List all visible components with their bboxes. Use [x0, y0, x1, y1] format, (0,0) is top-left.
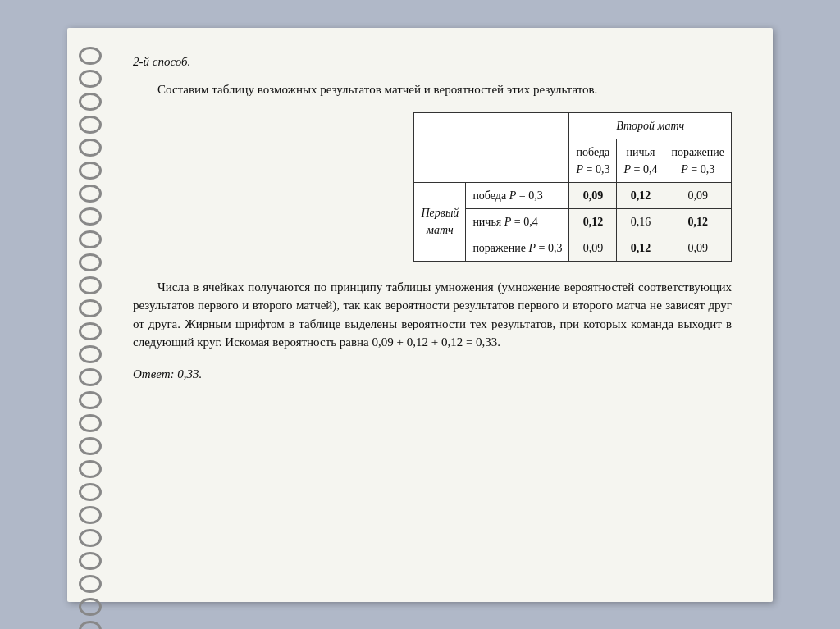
- spiral-ring: [79, 253, 102, 271]
- spiral-binding: [67, 28, 112, 602]
- cell-loss-draw: 0,12: [617, 235, 664, 261]
- spiral-ring: [79, 230, 102, 248]
- table-header-row-1: Второй матч: [414, 112, 732, 139]
- cell-loss-loss: 0,09: [664, 235, 732, 261]
- spiral-ring: [79, 621, 102, 630]
- cell-draw-win: 0,12: [569, 208, 617, 235]
- col-header-loss: поражениеP = 0,3: [664, 139, 732, 182]
- probability-table: Второй матч победаP = 0,3 ничьяP = 0,4 п…: [413, 112, 732, 262]
- cell-win-loss: 0,09: [664, 182, 732, 208]
- col-header-win: победаP = 0,3: [569, 139, 617, 182]
- intro-paragraph: Составим таблицу возможных результатов м…: [133, 80, 732, 99]
- cell-draw-loss: 0,12: [664, 208, 732, 235]
- cell-win-win: 0,09: [569, 182, 617, 208]
- spiral-ring: [79, 483, 102, 501]
- spiral-ring: [79, 322, 102, 340]
- spiral-ring: [79, 139, 102, 157]
- spiral-ring: [79, 207, 102, 226]
- spiral-ring: [79, 506, 102, 524]
- cell-draw-draw: 0,16: [617, 208, 664, 235]
- spiral-ring: [79, 47, 102, 65]
- row-label-loss: поражение P = 0,3: [466, 235, 569, 261]
- second-match-label: Второй матч: [569, 112, 732, 139]
- spiral-ring: [79, 70, 102, 88]
- answer-line: Ответ: 0,33.: [133, 365, 732, 384]
- cell-loss-win: 0,09: [569, 235, 617, 261]
- spiral-ring: [79, 276, 102, 294]
- first-match-label: Первыйматч: [414, 182, 466, 261]
- page-content: 2-й способ. Составим таблицу возможных р…: [133, 52, 732, 384]
- spiral-ring: [79, 414, 102, 432]
- col-header-draw: ничьяP = 0,4: [617, 139, 664, 182]
- row-label-draw: ничья P = 0,4: [466, 208, 569, 235]
- answer-value: 0,33.: [177, 367, 202, 381]
- spiral-ring: [79, 460, 102, 478]
- notebook-page: 2-й способ. Составим таблицу возможных р…: [67, 28, 773, 602]
- method-header: 2-й способ.: [133, 52, 732, 71]
- spiral-ring: [79, 345, 102, 363]
- spiral-ring: [79, 162, 102, 180]
- spiral-ring: [79, 185, 102, 203]
- spiral-ring: [79, 529, 102, 547]
- spiral-ring: [79, 368, 102, 386]
- answer-label: Ответ:: [133, 367, 174, 381]
- spiral-ring: [79, 552, 102, 570]
- spiral-ring: [79, 299, 102, 317]
- spiral-ring: [79, 116, 102, 134]
- spiral-ring: [79, 93, 102, 111]
- spiral-ring: [79, 575, 102, 593]
- spiral-ring: [79, 437, 102, 455]
- spiral-ring: [79, 598, 102, 616]
- cell-win-draw: 0,12: [617, 182, 664, 208]
- explanation-paragraph: Числа в ячейках получаются по принципу т…: [133, 278, 732, 352]
- spiral-ring: [79, 391, 102, 409]
- table-row-win: Первыйматч победа P = 0,3 0,09 0,12 0,09: [414, 182, 732, 208]
- table-container: Второй матч победаP = 0,3 ничьяP = 0,4 п…: [133, 112, 732, 262]
- row-label-win: победа P = 0,3: [466, 182, 569, 208]
